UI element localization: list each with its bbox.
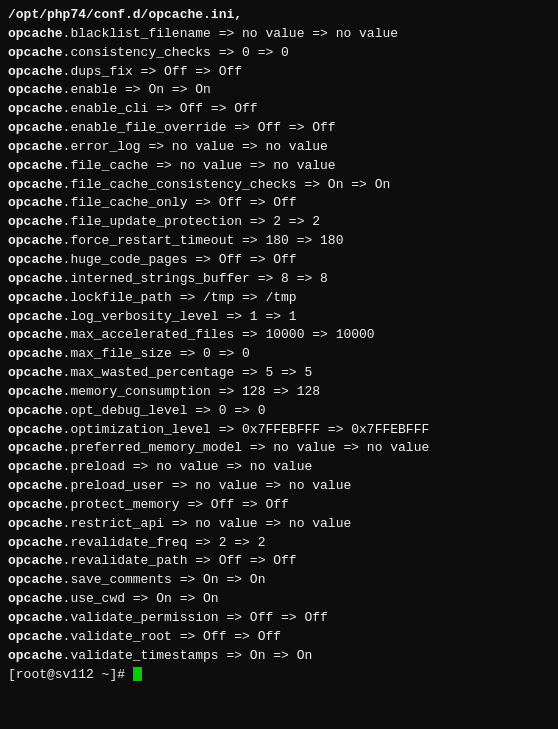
- terminal-line: opcache.max_accelerated_files => 10000 =…: [8, 326, 550, 345]
- terminal-line: opcache.error_log => no value => no valu…: [8, 138, 550, 157]
- terminal-line: opcache.validate_permission => Off => Of…: [8, 609, 550, 628]
- terminal-line: opcache.revalidate_path => Off => Off: [8, 552, 550, 571]
- terminal-line: opcache.preload => no value => no value: [8, 458, 550, 477]
- terminal-line: opcache.preload_user => no value => no v…: [8, 477, 550, 496]
- terminal-line: opcache.memory_consumption => 128 => 128: [8, 383, 550, 402]
- terminal-line: opcache.huge_code_pages => Off => Off: [8, 251, 550, 270]
- terminal-line: opcache.enable_file_override => Off => O…: [8, 119, 550, 138]
- terminal-line: opcache.enable => On => On: [8, 81, 550, 100]
- terminal-line: opcache.restrict_api => no value => no v…: [8, 515, 550, 534]
- terminal-line: opcache.use_cwd => On => On: [8, 590, 550, 609]
- terminal-line: opcache.file_cache_only => Off => Off: [8, 194, 550, 213]
- terminal-line: opcache.consistency_checks => 0 => 0: [8, 44, 550, 63]
- terminal-line: /opt/php74/conf.d/opcache.ini,: [8, 6, 550, 25]
- terminal-line: opcache.file_cache_consistency_checks =>…: [8, 176, 550, 195]
- terminal-line: opcache.save_comments => On => On: [8, 571, 550, 590]
- terminal-line: opcache.force_restart_timeout => 180 => …: [8, 232, 550, 251]
- terminal-line: opcache.enable_cli => Off => Off: [8, 100, 550, 119]
- terminal-line: opcache.validate_timestamps => On => On: [8, 647, 550, 666]
- terminal-line: opcache.validate_root => Off => Off: [8, 628, 550, 647]
- terminal-line: opcache.file_update_protection => 2 => 2: [8, 213, 550, 232]
- terminal-line: opcache.dups_fix => Off => Off: [8, 63, 550, 82]
- terminal-line: opcache.blacklist_filename => no value =…: [8, 25, 550, 44]
- terminal-line: opcache.lockfile_path => /tmp => /tmp: [8, 289, 550, 308]
- terminal-line: opcache.preferred_memory_model => no val…: [8, 439, 550, 458]
- terminal-line: opcache.interned_strings_buffer => 8 => …: [8, 270, 550, 289]
- terminal-line: opcache.protect_memory => Off => Off: [8, 496, 550, 515]
- prompt-line: [root@sv112 ~]#: [8, 666, 550, 685]
- terminal-line: opcache.file_cache => no value => no val…: [8, 157, 550, 176]
- terminal-cursor: [133, 667, 142, 681]
- terminal-line: opcache.opt_debug_level => 0 => 0: [8, 402, 550, 421]
- terminal-line: opcache.optimization_level => 0x7FFEBFFF…: [8, 421, 550, 440]
- terminal-line: opcache.max_wasted_percentage => 5 => 5: [8, 364, 550, 383]
- terminal-line: opcache.log_verbosity_level => 1 => 1: [8, 308, 550, 327]
- terminal-window: /opt/php74/conf.d/opcache.ini, opcache.b…: [0, 0, 558, 729]
- terminal-line: opcache.max_file_size => 0 => 0: [8, 345, 550, 364]
- terminal-line: opcache.revalidate_freq => 2 => 2: [8, 534, 550, 553]
